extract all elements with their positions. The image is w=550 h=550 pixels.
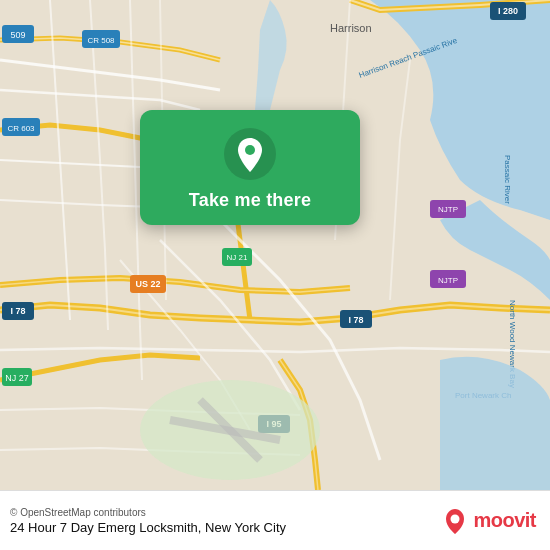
moovit-pin-icon: [441, 507, 469, 535]
bottom-info: © OpenStreetMap contributors 24 Hour 7 D…: [10, 507, 286, 535]
svg-text:NJ 21: NJ 21: [227, 253, 248, 262]
svg-point-34: [245, 145, 255, 155]
svg-text:509: 509: [10, 30, 25, 40]
map-container: Harrison I 280 CR 508 509 CR 603 NJ 21 I…: [0, 0, 550, 490]
bottom-bar: © OpenStreetMap contributors 24 Hour 7 D…: [0, 490, 550, 550]
svg-text:NJTP: NJTP: [438, 205, 458, 214]
svg-text:NJ 27: NJ 27: [5, 373, 29, 383]
popup-card[interactable]: Take me there: [140, 110, 360, 225]
svg-text:CR 508: CR 508: [87, 36, 115, 45]
location-label: 24 Hour 7 Day Emerg Locksmith, New York …: [10, 520, 286, 535]
svg-text:US 22: US 22: [135, 279, 160, 289]
attribution-text: © OpenStreetMap contributors: [10, 507, 286, 518]
location-pin-icon: [224, 128, 276, 180]
moovit-text: moovit: [473, 509, 536, 532]
svg-point-35: [451, 514, 460, 523]
take-me-there-button[interactable]: Take me there: [189, 190, 311, 211]
svg-text:CR 603: CR 603: [7, 124, 35, 133]
svg-text:NJTP: NJTP: [438, 276, 458, 285]
svg-text:I 78: I 78: [10, 306, 25, 316]
svg-text:I 280: I 280: [498, 6, 518, 16]
moovit-logo: moovit: [441, 507, 536, 535]
map-background: Harrison I 280 CR 508 509 CR 603 NJ 21 I…: [0, 0, 550, 490]
svg-text:Harrison: Harrison: [330, 22, 372, 34]
svg-text:Passaic River: Passaic River: [503, 155, 512, 204]
svg-text:I 78: I 78: [348, 315, 363, 325]
